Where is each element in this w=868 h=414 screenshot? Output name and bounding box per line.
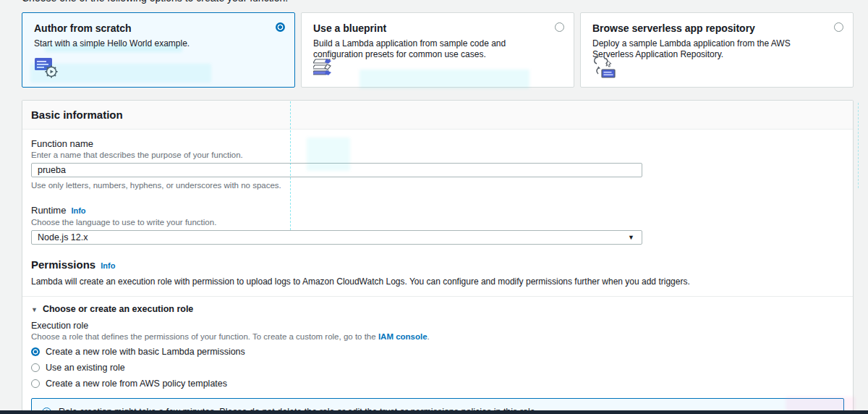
role-option-label: Create a new role with basic Lambda perm…: [46, 347, 245, 357]
permissions-section: PermissionsInfo Lambda will create an ex…: [31, 258, 844, 287]
card-radio-selected[interactable]: [276, 22, 285, 32]
runtime-select[interactable]: Node.js 12.x ▼: [31, 230, 642, 245]
card-author-from-scratch[interactable]: Author from scratch Start with a simple …: [22, 12, 295, 88]
runtime-description: Choose the language to use to write your…: [31, 218, 844, 227]
function-name-constraint: Use only letters, numbers, hyphens, or u…: [31, 181, 844, 190]
card-browse-serverless-app-repository[interactable]: Browse serverless app repository Deploy …: [580, 12, 854, 88]
expander-label: Choose or create an execution role: [43, 304, 193, 314]
author-from-scratch-icon: [34, 56, 59, 81]
card-use-a-blueprint[interactable]: Use a blueprint Build a Lambda applicati…: [301, 12, 574, 88]
radio-icon[interactable]: [31, 363, 40, 372]
card-description: Start with a simple Hello World example.: [34, 38, 273, 49]
card-radio[interactable]: [834, 22, 843, 32]
role-option-use-existing[interactable]: Use an existing role: [31, 363, 844, 373]
function-name-description: Enter a name that describes the purpose …: [31, 151, 844, 159]
panel-body: Function name Enter a name that describe…: [22, 130, 853, 414]
function-name-label: Function name: [31, 138, 844, 149]
creation-option-cards: Author from scratch Start with a simple …: [22, 12, 854, 88]
function-name-group: Function name Enter a name that describe…: [31, 138, 844, 190]
runtime-info-link[interactable]: Info: [71, 206, 85, 215]
execution-role-label: Execution role: [31, 321, 844, 331]
card-description: Deploy a sample Lambda application from …: [592, 38, 831, 60]
intro-text: Choose one of the following options to c…: [22, 0, 854, 4]
radio-selected-icon[interactable]: [31, 347, 40, 356]
iam-console-link[interactable]: IAM console: [378, 332, 427, 341]
function-name-input[interactable]: [31, 163, 642, 177]
execution-role-description-text: Choose a role that defines the permissio…: [31, 332, 378, 341]
card-title: Use a blueprint: [313, 22, 562, 34]
card-title: Browse serverless app repository: [592, 22, 841, 34]
permissions-heading: Permissions: [31, 258, 95, 271]
runtime-label: Runtime: [31, 205, 66, 216]
execution-role-group: Execution role Choose a role that define…: [31, 321, 844, 389]
serverless-repo-icon: [592, 56, 620, 81]
role-option-label: Use an existing role: [46, 363, 125, 373]
panel-title: Basic information: [31, 109, 844, 121]
card-title: Author from scratch: [34, 22, 283, 34]
basic-information-panel: Basic information Function name Enter a …: [22, 100, 854, 414]
create-function-page: Choose one of the following options to c…: [22, 0, 854, 414]
blueprint-icon: [313, 58, 339, 81]
intro-text-clipped: Choose one of the following options to c…: [22, 0, 854, 7]
triangle-down-icon: ▼: [31, 306, 38, 313]
permissions-description: Lambda will create an execution role wit…: [31, 276, 844, 287]
role-option-label: Create a new role from AWS policy templa…: [46, 379, 227, 389]
card-description: Build a Lambda application from sample c…: [313, 38, 552, 60]
execution-role-description-suffix: .: [427, 332, 430, 341]
permissions-info-link[interactable]: Info: [101, 261, 115, 270]
execution-role-description: Choose a role that defines the permissio…: [31, 332, 844, 341]
console-bottom-bar: [0, 410, 868, 414]
execution-role-expander[interactable]: ▼Choose or create an execution role: [31, 297, 844, 321]
chevron-down-icon: ▼: [628, 234, 634, 241]
runtime-selected-value: Node.js 12.x: [38, 232, 88, 242]
radio-icon[interactable]: [31, 379, 40, 388]
render-artifact: [858, 103, 859, 188]
panel-header: Basic information: [22, 101, 853, 130]
role-option-create-new-basic[interactable]: Create a new role with basic Lambda perm…: [31, 347, 844, 357]
role-option-policy-templates[interactable]: Create a new role from AWS policy templa…: [31, 379, 844, 389]
runtime-group: RuntimeInfo Choose the language to use t…: [31, 203, 844, 245]
card-radio[interactable]: [555, 22, 564, 32]
